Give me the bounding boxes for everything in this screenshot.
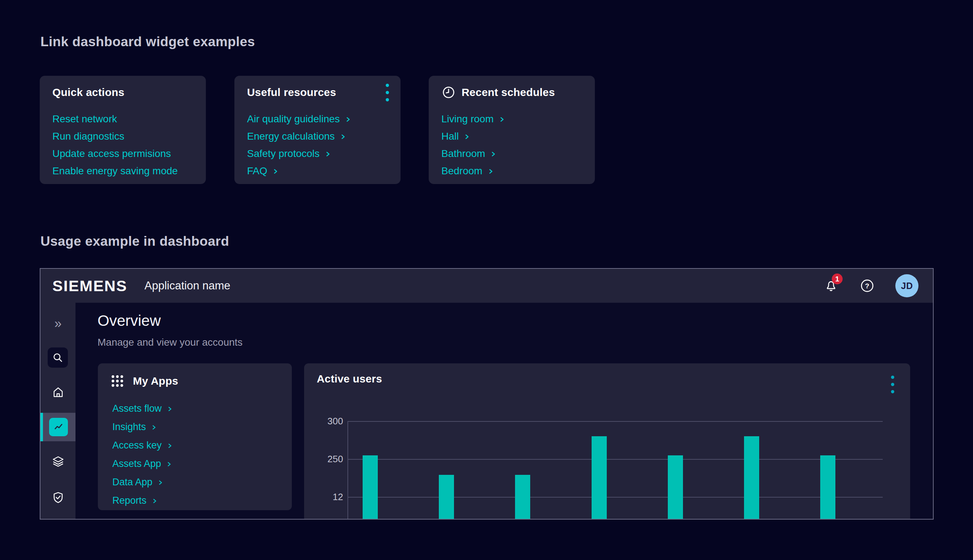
my-apps-title: My Apps [133,375,178,387]
y-axis-line [348,421,348,520]
bar-active-users [592,436,607,520]
chevron-right-icon [167,442,173,450]
link-faq[interactable]: FAQ [247,162,393,180]
quick-actions-card: Quick actions Reset network Run diagnost… [40,76,206,184]
chevron-right-icon [345,115,351,123]
chart-gridline [348,459,883,460]
chart-gridline [348,421,883,422]
my-apps-card: My Apps Assets flow Insights Access key … [98,363,292,510]
recent-schedules-links: Living room Hall Bathroom Bedroom [441,110,588,180]
useful-resources-card: Useful resources Air quality guidelines … [234,76,401,184]
bar-active-users [744,436,759,520]
recent-schedules-title: Recent schedules [461,86,555,98]
notifications-button[interactable]: 1 [823,278,839,294]
chevron-right-icon [488,167,494,175]
help-button[interactable]: ? [859,278,875,294]
link-reports[interactable]: Reports [112,492,284,510]
double-chevron-right-icon: » [54,317,62,330]
quick-actions-links: Reset network Run diagnostics Update acc… [52,110,199,180]
section-title-link-widgets: Link dashboard widget examples [40,34,255,50]
siemens-logo: SIEMENS [52,277,127,295]
link-reset-network[interactable]: Reset network [52,110,199,128]
link-bedroom[interactable]: Bedroom [441,162,588,180]
kebab-menu-icon[interactable] [384,82,390,103]
chevron-right-icon [340,133,346,141]
sidebar-item-search[interactable] [48,347,68,368]
trend-chart-icon [49,418,68,436]
link-living-room[interactable]: Living room [441,110,588,128]
page: { "page": { "section1_title": "Link dash… [0,0,973,560]
link-run-diagnostics[interactable]: Run diagnostics [52,128,199,145]
link-assets-flow[interactable]: Assets flow [112,400,284,418]
bar-active-users [820,455,835,520]
home-icon [52,386,65,399]
chevron-right-icon [464,133,470,141]
application-name: Application name [144,279,231,292]
link-hall[interactable]: Hall [441,128,588,145]
app-header: SIEMENS Application name 1 ? JD [40,269,933,303]
clock-icon [441,85,456,100]
bar-active-users [439,475,454,520]
svg-text:?: ? [865,282,869,290]
chevron-right-icon [490,150,496,158]
search-icon [52,352,64,364]
link-air-quality-guidelines[interactable]: Air quality guidelines [247,110,393,128]
question-circle-icon: ? [859,278,875,294]
chevron-right-icon [152,497,157,505]
section-title-usage-example: Usage example in dashboard [40,234,229,249]
apps-grid-icon [110,373,125,388]
bar-active-users [668,455,683,520]
layers-icon [51,455,65,468]
chevron-right-icon [151,423,157,431]
user-avatar[interactable]: JD [895,274,918,297]
sidebar-item-layers[interactable] [40,453,75,470]
link-bathroom[interactable]: Bathroom [441,145,588,162]
link-insights[interactable]: Insights [112,418,284,436]
active-users-bar-chart: 30025012 [304,363,910,520]
chevron-right-icon [273,167,278,175]
quick-actions-title: Quick actions [52,86,124,98]
shield-check-icon [51,491,65,505]
link-energy-calculations[interactable]: Energy calculations [247,128,393,145]
y-axis-tick-label: 300 [307,416,343,427]
chevron-right-icon [167,460,172,468]
chart-gridline [348,497,883,498]
active-users-card: Active users 30025012 [304,363,910,520]
chevron-right-icon [499,115,505,123]
dashboard-frame: SIEMENS Application name 1 ? JD » [40,268,934,520]
sidebar-item-analytics-active[interactable] [40,413,75,441]
useful-resources-title: Useful resources [247,86,336,98]
page-subtitle: Manage and view your accounts [97,337,243,348]
y-axis-tick-label: 250 [307,453,343,465]
chevron-right-icon [325,150,331,158]
link-update-access-permissions[interactable]: Update access permisions [52,145,199,162]
bar-active-users [363,455,378,520]
link-enable-energy-saving[interactable]: Enable energy saving mode [52,162,199,180]
chevron-right-icon [167,405,173,413]
bar-active-users [515,475,530,520]
link-assets-app[interactable]: Assets App [112,455,284,473]
link-safety-protocols[interactable]: Safety protocols [247,145,393,162]
active-accent-bar [40,413,43,441]
notification-badge: 1 [832,273,843,284]
chevron-right-icon [158,479,163,487]
y-axis-tick-label: 12 [307,492,343,503]
sidebar-expand-button[interactable]: » [40,316,75,332]
sidebar-item-home[interactable] [40,383,75,401]
link-access-key[interactable]: Access key [112,436,284,455]
page-title: Overview [97,312,161,330]
useful-resources-links: Air quality guidelines Energy calculatio… [247,110,393,180]
sidebar-item-security[interactable]: 1 [40,488,75,507]
my-apps-links: Assets flow Insights Access key Assets A… [112,400,284,510]
sidebar-nav: » [40,303,75,519]
recent-schedules-card: Recent schedules Living room Hall Bathro… [429,76,595,184]
link-data-app[interactable]: Data App [112,473,284,492]
